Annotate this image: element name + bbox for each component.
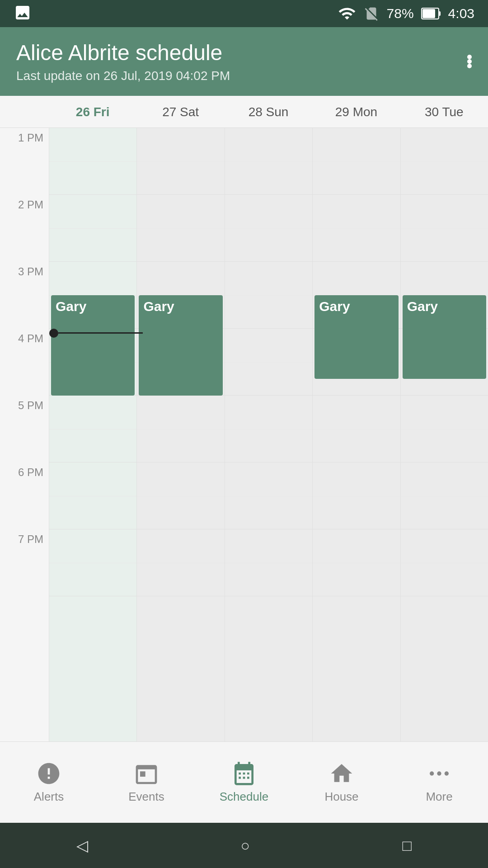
mon-6pm	[313, 462, 400, 529]
nav-alerts[interactable]: Alerts	[0, 761, 98, 804]
time-1pm: 1 PM	[0, 128, 49, 195]
bottom-nav: Alerts Events Schedule House More	[0, 741, 488, 823]
tue-6pm	[401, 462, 488, 529]
time-6pm: 6 PM	[0, 462, 49, 529]
time-5pm: 5 PM	[0, 396, 49, 462]
fri-5pm	[49, 396, 136, 462]
mon-5pm	[313, 396, 400, 462]
time-column: 1 PM 2 PM 3 PM 4 PM 5 PM 6 PM 7 PM	[0, 128, 49, 741]
house-icon	[329, 761, 354, 786]
sat-6pm	[137, 462, 224, 529]
sat-2pm	[137, 195, 224, 262]
status-bar-left	[14, 4, 32, 24]
day-header-sun[interactable]: 28 Sun	[225, 96, 312, 127]
last-update-text: Last update on 26 Jul, 2019 04:02 PM	[16, 69, 230, 83]
sun-6pm	[225, 462, 312, 529]
more-icon	[427, 761, 452, 786]
no-sim-icon	[363, 5, 380, 22]
status-bar: 78% 4:03	[0, 0, 488, 27]
app-header: Alice Albrite schedule Last update on 26…	[0, 27, 488, 96]
fri-2pm	[49, 195, 136, 262]
event-label-sat: Gary	[143, 299, 174, 314]
event-gary-sat[interactable]: Gary	[139, 295, 222, 396]
schedule-icon	[231, 761, 257, 786]
sun-2pm	[225, 195, 312, 262]
nav-events-label: Events	[128, 790, 164, 804]
event-label-tue: Gary	[407, 299, 438, 314]
event-gary-mon[interactable]: Gary	[314, 295, 398, 379]
nav-schedule-label: Schedule	[220, 790, 268, 804]
day-header-sat[interactable]: 27 Sat	[136, 96, 224, 127]
fri-1pm	[49, 128, 136, 195]
events-icon	[134, 761, 159, 786]
day-header-fri[interactable]: 26 Fri	[49, 96, 136, 127]
home-button[interactable]: ○	[240, 837, 250, 854]
event-label-fri: Gary	[56, 299, 86, 314]
time-2pm: 2 PM	[0, 195, 49, 262]
day-col-sat[interactable]: Gary	[136, 128, 224, 741]
sun-4pm	[225, 329, 312, 396]
recents-button[interactable]: □	[403, 837, 412, 854]
day-col-mon[interactable]: Gary	[312, 128, 400, 741]
current-time-indicator	[49, 329, 143, 338]
header-text-block: Alice Albrite schedule Last update on 26…	[16, 40, 230, 83]
battery-icon	[421, 7, 441, 20]
tue-2pm	[401, 195, 488, 262]
alert-icon	[36, 761, 61, 786]
nav-events[interactable]: Events	[98, 761, 195, 804]
day-header-tue[interactable]: 30 Tue	[400, 96, 488, 127]
nav-schedule[interactable]: Schedule	[195, 761, 293, 804]
day-header-row: 26 Fri 27 Sat 28 Sun 29 Mon 30 Tue	[0, 96, 488, 128]
day-header-mon[interactable]: 29 Mon	[312, 96, 400, 127]
day-col-sun[interactable]	[225, 128, 312, 741]
sat-1pm	[137, 128, 224, 195]
photo-icon	[14, 4, 32, 22]
days-container: Gary Gary	[49, 128, 488, 741]
nav-alerts-label: Alerts	[34, 790, 64, 804]
sun-1pm	[225, 128, 312, 195]
system-nav: ◁ ○ □	[0, 823, 488, 868]
battery-text: 78%	[387, 6, 414, 21]
calendar-grid: 1 PM 2 PM 3 PM 4 PM 5 PM 6 PM 7 PM Gary	[0, 128, 488, 741]
time-dot	[49, 329, 58, 338]
sun-3pm	[225, 262, 312, 329]
svg-point-5	[445, 771, 449, 775]
fri-6pm	[49, 462, 136, 529]
nav-more-label: More	[426, 790, 452, 804]
mon-2pm	[313, 195, 400, 262]
event-gary-tue[interactable]: Gary	[403, 295, 486, 379]
time-3pm: 3 PM	[0, 262, 49, 329]
fri-7pm	[49, 529, 136, 596]
svg-rect-1	[439, 11, 441, 16]
sat-5pm	[137, 396, 224, 462]
back-button[interactable]: ◁	[76, 836, 88, 854]
time-line	[58, 332, 143, 334]
svg-point-3	[430, 771, 434, 775]
more-menu-button[interactable]	[467, 55, 472, 68]
event-gary-fri[interactable]: Gary	[51, 295, 135, 396]
nav-house[interactable]: House	[293, 761, 390, 804]
sun-7pm	[225, 529, 312, 596]
tue-7pm	[401, 529, 488, 596]
tue-5pm	[401, 396, 488, 462]
time-4pm: 4 PM	[0, 329, 49, 396]
nav-more[interactable]: More	[390, 761, 488, 804]
day-col-tue[interactable]: Gary	[400, 128, 488, 741]
sun-5pm	[225, 396, 312, 462]
event-label-mon: Gary	[319, 299, 350, 314]
svg-rect-2	[422, 9, 435, 18]
tue-1pm	[401, 128, 488, 195]
time-text: 4:03	[448, 6, 474, 21]
day-col-fri[interactable]: Gary	[49, 128, 136, 741]
sat-7pm	[137, 529, 224, 596]
svg-point-4	[437, 771, 441, 775]
nav-house-label: House	[324, 790, 358, 804]
wifi-icon	[338, 5, 356, 23]
time-7pm: 7 PM	[0, 529, 49, 596]
mon-7pm	[313, 529, 400, 596]
page-title: Alice Albrite schedule	[16, 40, 230, 66]
time-gutter-header	[0, 96, 49, 127]
mon-1pm	[313, 128, 400, 195]
